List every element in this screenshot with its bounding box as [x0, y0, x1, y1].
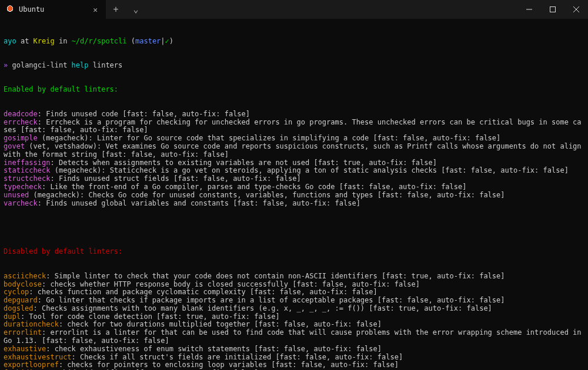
linter-name: exhaustivestruct: [4, 353, 72, 361]
linter-line: staticcheck (megacheck): Staticcheck is …: [4, 167, 584, 175]
linter-desc: : Finds unused global variables and cons…: [38, 199, 360, 207]
linter-line: errorlint: errorlint is a linter for tha…: [4, 329, 584, 345]
terminal-output[interactable]: ayo at Kreig in ~/d/r/spotcli (master|✓)…: [0, 19, 588, 370]
tab-ubuntu[interactable]: Ubuntu ✕: [0, 0, 106, 19]
linter-line: typecheck: Like the front-end of a Go co…: [4, 183, 584, 191]
titlebar-spacer: [146, 0, 517, 19]
linter-name: exhaustive: [4, 345, 46, 353]
linter-desc: : check exhaustiveness of enum switch st…: [46, 345, 382, 353]
linter-name: unused: [4, 191, 29, 199]
linter-name: govet: [4, 142, 25, 150]
linter-name: gosimple: [4, 134, 38, 142]
linter-desc: : Simple linter to check that your code …: [46, 272, 505, 280]
linter-desc: (vet, vetshadow): Vet examines Go source…: [4, 142, 586, 159]
linter-desc: : Go linter that checks if package impor…: [38, 296, 505, 304]
linter-line: ineffassign: Detects when assignments to…: [4, 159, 584, 167]
linter-name: errorlint: [4, 328, 42, 337]
linter-line: dupl: Tool for code clone detection [fas…: [4, 313, 584, 321]
maximize-button[interactable]: [541, 0, 564, 19]
linter-line: dogsled: Checks assignments with too man…: [4, 305, 584, 313]
linter-name: staticcheck: [4, 166, 50, 174]
linter-line: exhaustivestruct: Checks if all struct's…: [4, 354, 584, 362]
linter-line: varcheck: Finds unused global variables …: [4, 200, 584, 208]
linter-desc: : Checks if all struct's fields are init…: [72, 353, 403, 361]
linter-name: ineffassign: [4, 159, 50, 167]
tab-strip: Ubuntu ✕: [0, 0, 106, 19]
linter-desc: : Detects when assignments to existing v…: [50, 159, 436, 167]
linter-desc: : Finds unused code [fast: false, auto-f…: [38, 110, 250, 118]
linter-line: unused (megacheck): Checks Go code for u…: [4, 191, 584, 200]
linter-desc: (megacheck): Staticcheck is a go vet on …: [50, 166, 568, 174]
prompt-line-1: ayo at Kreig in ~/d/r/spotcli (master|✓): [4, 38, 584, 46]
section-enabled-header: Enabled by default linters:: [4, 86, 584, 94]
linter-line: structcheck: Finds unused struct fields …: [4, 175, 584, 183]
section-disabled-header: Disabled by default linters:: [4, 248, 584, 256]
linter-line: bodyclose: checks whether HTTP response …: [4, 281, 584, 289]
linter-name: varcheck: [4, 199, 38, 207]
linter-desc: : Like the front-end of a Go compiler, p…: [42, 183, 466, 191]
linter-line: exhaustive: check exhaustiveness of enum…: [4, 345, 584, 354]
linter-desc: : Checks assignments with too many blank…: [34, 304, 492, 312]
linter-name: dogsled: [4, 304, 34, 312]
linter-line: exportloopref: checks for pointers to en…: [4, 361, 584, 369]
linter-name: bodyclose: [4, 280, 42, 288]
linter-name: structcheck: [4, 174, 50, 183]
linter-desc: (megacheck): Checks Go code for unused c…: [29, 191, 505, 199]
linter-name: dupl: [4, 312, 21, 321]
linter-desc: : checks function and package cyclomatic…: [29, 288, 377, 296]
linter-desc: : checks for pointers to enclosing loop …: [59, 361, 399, 369]
new-tab-button[interactable]: +: [106, 4, 126, 15]
disabled-linters-list: asciicheck: Simple linter to check that …: [4, 273, 584, 370]
ubuntu-icon: [6, 5, 14, 14]
linter-desc: : checks whether HTTP response body is c…: [42, 280, 420, 288]
minimize-button[interactable]: [517, 0, 541, 19]
tab-actions: + ⌄: [106, 0, 146, 19]
tab-title: Ubuntu: [19, 5, 86, 14]
linter-desc: : Tool for code clone detection [fast: t…: [21, 312, 280, 321]
linter-desc: : check for two durations multiplied tog…: [59, 320, 382, 328]
linter-name: deadcode: [4, 110, 38, 118]
close-button[interactable]: [564, 0, 588, 19]
window-controls: [517, 0, 588, 19]
linter-name: asciicheck: [4, 272, 46, 280]
tab-dropdown-button[interactable]: ⌄: [126, 4, 146, 15]
linter-desc: : Errcheck is a program for checking for…: [4, 118, 582, 134]
svg-rect-0: [550, 7, 556, 12]
linter-line: govet (vet, vetshadow): Vet examines Go …: [4, 143, 584, 159]
linter-desc: : errorlint is a linter for that can be …: [4, 328, 586, 345]
linter-name: cyclop: [4, 288, 29, 296]
linter-line: durationcheck: check for two durations m…: [4, 321, 584, 329]
linter-line: deadcode: Finds unused code [fast: false…: [4, 110, 584, 119]
tab-close-button[interactable]: ✕: [91, 5, 100, 14]
enabled-linters-list: deadcode: Finds unused code [fast: false…: [4, 110, 584, 208]
linter-name: typecheck: [4, 183, 42, 191]
linter-line: cyclop: checks function and package cycl…: [4, 288, 584, 297]
linter-desc: (megacheck): Linter for Go source code t…: [38, 134, 500, 142]
linter-line: depguard: Go linter that checks if packa…: [4, 297, 584, 305]
linter-name: errcheck: [4, 118, 38, 126]
blank-line: [4, 224, 584, 232]
prompt-line-2: » golangci-lint help linters: [4, 62, 584, 70]
linter-line: asciicheck: Simple linter to check that …: [4, 273, 584, 281]
titlebar: Ubuntu ✕ + ⌄: [0, 0, 588, 19]
linter-line: gosimple (megacheck): Linter for Go sour…: [4, 134, 584, 143]
linter-name: durationcheck: [4, 320, 59, 328]
linter-name: exportloopref: [4, 361, 59, 369]
linter-desc: : Finds unused struct fields [fast: fals…: [50, 174, 300, 183]
linter-line: errcheck: Errcheck is a program for chec…: [4, 119, 584, 135]
linter-name: depguard: [4, 296, 38, 304]
